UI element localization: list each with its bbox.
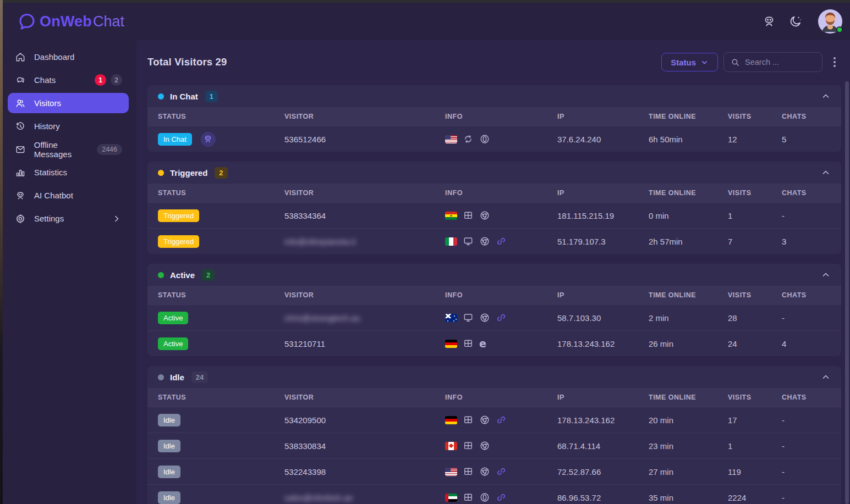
time-online: 20 min <box>649 416 728 425</box>
visitor-row[interactable]: Active 531210711 e 178.13.243.162 26 min… <box>147 330 841 356</box>
link-icon[interactable] <box>496 236 507 247</box>
table-header: STATUSVISITORINFOIPTIME ONLINEVISITSCHAT… <box>147 388 841 407</box>
visitor-row[interactable]: Idle 532243398 72.52.87.66 27 min 119 - <box>147 458 841 484</box>
column-header: CHATS <box>782 291 841 299</box>
visitor-row[interactable]: Idle sales@nforbish.ae 86.96.53.72 35 mi… <box>147 484 841 504</box>
table-header: STATUSVISITORINFOIPTIME ONLINEVISITSCHAT… <box>147 184 841 202</box>
sidebar: Dashboard Chats 1 2 Visitors History Off… <box>3 40 136 504</box>
column-header: TIME ONLINE <box>649 189 728 197</box>
sidebar-item-chats[interactable]: Chats 1 2 <box>8 70 129 90</box>
windows-icon <box>463 466 474 477</box>
link-icon[interactable] <box>496 414 507 425</box>
sidebar-item-offline-messages[interactable]: Offline Messages2446 <box>8 139 129 159</box>
section-triggered: Triggered 2 STATUSVISITORINFOIPTIME ONLI… <box>147 162 841 254</box>
column-header: IP <box>557 291 649 299</box>
visitor-id: 538330834 <box>284 441 445 451</box>
section-in-chat: In Chat 1 STATUSVISITORINFOIPTIME ONLINE… <box>147 85 841 152</box>
visits-count: 17 <box>728 416 782 425</box>
link-icon[interactable] <box>496 312 507 323</box>
visitor-row[interactable]: Triggered 538334364 181.115.215.19 0 min… <box>147 202 841 228</box>
window-edge-top <box>0 0 850 3</box>
chrome-icon <box>479 210 490 221</box>
section-title: Triggered <box>170 168 207 178</box>
time-online: 27 min <box>649 467 728 477</box>
chats-count: - <box>782 313 841 323</box>
status-dot <box>158 272 164 278</box>
window-edge-left <box>0 0 3 504</box>
section-count-badge: 1 <box>205 91 218 102</box>
robot-icon <box>15 190 26 201</box>
more-options-kebab-icon[interactable] <box>828 54 841 70</box>
sidebar-item-settings[interactable]: Settings <box>8 208 129 229</box>
time-online: 6h 50min <box>649 135 728 144</box>
column-header: STATUS <box>158 291 284 299</box>
time-online: 0 min <box>649 211 728 220</box>
section-count-badge: 2 <box>202 269 215 281</box>
column-header: VISITS <box>728 189 782 197</box>
chats-count: 4 <box>782 339 841 348</box>
windows-icon <box>463 492 474 503</box>
visitor-ip: 181.115.215.19 <box>557 211 649 220</box>
scrollbar-thumb[interactable] <box>845 81 849 504</box>
column-header: TIME ONLINE <box>649 291 728 299</box>
status-filter-button[interactable]: Status <box>661 53 718 71</box>
visitor-id: chris@strangtech.au <box>284 313 445 323</box>
visitor-row[interactable]: Active chris@strangtech.au 58.7.103.30 2… <box>147 304 841 330</box>
chatbot-conversation-icon[interactable] <box>201 132 216 147</box>
visitor-row[interactable]: Idle 538330834 68.71.4.114 23 min 1 - <box>147 433 841 458</box>
collapse-section-chevron-up-icon[interactable] <box>820 167 831 178</box>
column-header: VISITOR <box>284 291 445 299</box>
visitor-info <box>445 312 557 323</box>
sidebar-item-visitors[interactable]: Visitors <box>8 93 129 113</box>
visitor-ip: 86.96.53.72 <box>557 493 649 502</box>
chats-count: 5 <box>782 135 841 144</box>
section-title: Idle <box>170 373 184 382</box>
edge-icon: e <box>479 339 486 349</box>
search-input[interactable] <box>745 58 815 67</box>
column-header: TIME ONLINE <box>649 394 728 401</box>
sidebar-item-ai-chatbot[interactable]: AI Chatbot <box>8 185 129 206</box>
dark-mode-moon-icon[interactable] <box>788 14 803 29</box>
visitor-ip: 51.179.107.3 <box>557 237 649 246</box>
visits-count: 12 <box>728 135 782 144</box>
main-header: Total Visitors 29 Status <box>147 52 841 72</box>
visitor-id: 536512466 <box>284 135 445 144</box>
chats-count: - <box>782 416 841 425</box>
monitor-icon <box>463 236 474 247</box>
column-header: STATUS <box>158 189 284 197</box>
collapse-section-chevron-up-icon[interactable] <box>820 91 831 102</box>
section-header-in-chat: In Chat 1 <box>147 85 841 107</box>
visitor-info <box>445 466 557 477</box>
country-flag-de-icon <box>445 416 457 424</box>
sidebar-item-history[interactable]: History <box>8 116 129 136</box>
sidebar-item-label: Dashboard <box>34 52 74 62</box>
sidebar-item-label: Offline Messages <box>34 140 97 159</box>
collapse-section-chevron-up-icon[interactable] <box>820 372 831 383</box>
sync-icon <box>463 134 474 145</box>
visitor-row[interactable]: Triggered info@oltrepianeta.it 51.179.10… <box>147 228 841 254</box>
time-online: 26 min <box>649 339 728 348</box>
visits-count: 24 <box>728 339 782 348</box>
time-online: 2h 57min <box>649 237 728 246</box>
collapse-section-chevron-up-icon[interactable] <box>820 269 831 280</box>
section-count-badge: 24 <box>191 372 208 383</box>
column-header: STATUS <box>158 394 284 401</box>
user-avatar[interactable] <box>818 9 842 34</box>
visitor-info <box>445 236 557 247</box>
offline-messages-count-badge: 2446 <box>97 144 122 155</box>
visitor-row[interactable]: In Chat 536512466 37.6.24.240 6h 50min 1… <box>147 126 841 152</box>
link-icon[interactable] <box>496 492 507 503</box>
column-header: STATUS <box>158 113 284 120</box>
column-header: VISITOR <box>284 189 445 197</box>
link-icon[interactable] <box>496 466 507 477</box>
visitor-info <box>445 210 557 221</box>
visitor-row[interactable]: Idle 534209500 178.13.243.162 20 min 17 … <box>147 407 841 433</box>
status-badge: In Chat <box>158 133 192 146</box>
ai-chatbot-icon[interactable] <box>762 14 776 29</box>
windows-icon <box>463 414 474 425</box>
sidebar-item-dashboard[interactable]: Dashboard <box>8 47 129 67</box>
status-badge: Active <box>158 337 188 350</box>
sidebar-item-statistics[interactable]: Statistics <box>8 162 129 182</box>
country-flag-us-icon <box>445 468 457 476</box>
home-icon <box>15 51 26 63</box>
